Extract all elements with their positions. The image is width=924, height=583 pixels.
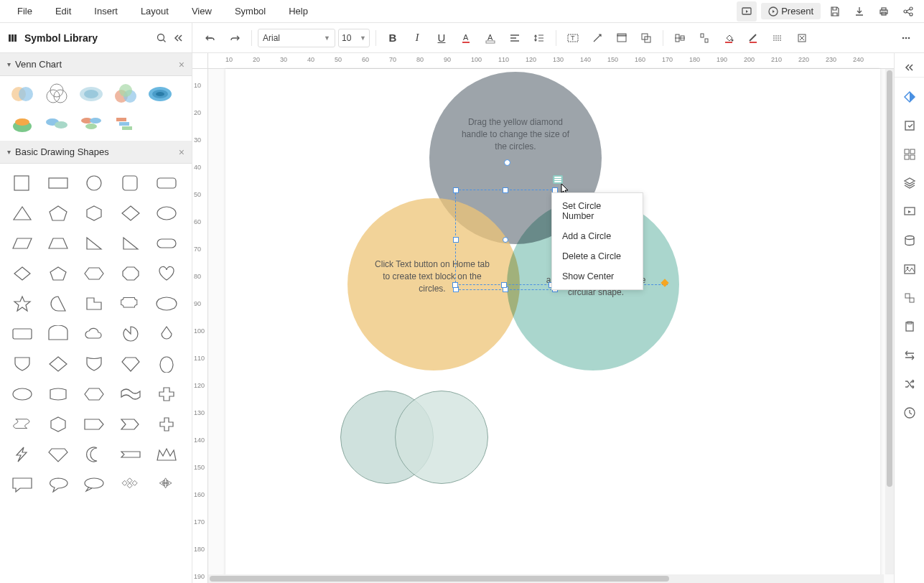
align-objects-icon[interactable] <box>669 27 691 49</box>
venn-shape[interactable] <box>43 112 70 134</box>
arrange-panel-icon[interactable] <box>900 346 919 365</box>
shape-pillow[interactable] <box>154 293 179 314</box>
shape-4tri[interactable] <box>154 474 179 495</box>
image-panel-icon[interactable] <box>900 260 919 279</box>
menu-view[interactable]: View <box>180 1 223 21</box>
save-icon[interactable] <box>825 1 845 22</box>
underline-icon[interactable]: U <box>431 27 452 49</box>
group-icon[interactable] <box>635 27 657 49</box>
line-style-icon[interactable] <box>767 27 788 49</box>
shape-bolt[interactable] <box>10 444 34 465</box>
shape-trapezoid[interactable] <box>46 233 70 254</box>
line-spacing-icon[interactable] <box>528 27 550 49</box>
slideshow-icon[interactable] <box>737 1 757 22</box>
collapse-right-icon[interactable] <box>895 57 924 78</box>
shuffle-panel-icon[interactable] <box>900 375 919 393</box>
shape-diamond3[interactable] <box>46 353 70 375</box>
bold-icon[interactable]: B <box>382 27 403 49</box>
shape-moon[interactable] <box>82 444 106 465</box>
menu-symbol[interactable]: Symbol <box>223 1 277 21</box>
ctx-add-circle[interactable]: Add a Circle <box>552 226 643 246</box>
shape-triangle[interactable] <box>10 202 34 224</box>
scrollbar-horizontal[interactable] <box>208 574 884 583</box>
shape-plaque[interactable] <box>118 293 143 314</box>
database-panel-icon[interactable] <box>900 231 919 250</box>
shape-shield2[interactable] <box>82 353 106 375</box>
shape-4diamond[interactable] <box>118 474 143 495</box>
shape-hexagon[interactable] <box>82 263 106 284</box>
shape-hexagon-v[interactable] <box>82 202 106 224</box>
shape-speech-oval[interactable] <box>82 474 106 495</box>
shape-right-triangle[interactable] <box>82 233 106 254</box>
shape-teardrop[interactable] <box>154 323 179 345</box>
selection-box[interactable] <box>455 190 556 290</box>
shape-heart[interactable] <box>154 263 179 284</box>
resize-handle[interactable] <box>503 187 508 193</box>
shape-circle[interactable] <box>82 172 106 194</box>
venn-shape[interactable] <box>146 83 174 105</box>
clipboard-panel-icon[interactable] <box>900 317 919 336</box>
venn-shape[interactable] <box>112 112 139 134</box>
menu-insert[interactable]: Insert <box>83 1 129 21</box>
canvas-area[interactable]: 1020304050607080901001101201301401501601… <box>192 53 894 583</box>
undo-icon[interactable] <box>200 27 221 49</box>
shape-crown[interactable] <box>154 444 179 465</box>
shape-arrow-penta[interactable] <box>82 414 106 435</box>
connector-icon[interactable] <box>587 27 608 49</box>
more-icon[interactable] <box>895 27 917 49</box>
close-icon[interactable]: × <box>179 59 185 70</box>
section-venn-header[interactable]: ▾ Venn Chart × <box>0 53 192 76</box>
close-icon[interactable]: × <box>179 146 185 158</box>
menu-edit[interactable]: Edit <box>44 1 83 21</box>
shape-cloud[interactable] <box>82 323 106 345</box>
venn-shape[interactable] <box>78 112 105 134</box>
rotation-handle[interactable] <box>504 159 510 166</box>
clear-format-icon[interactable] <box>791 27 813 49</box>
shape-wave2[interactable] <box>10 414 34 435</box>
shape-corner[interactable] <box>82 293 106 314</box>
shape-gem[interactable] <box>118 353 143 375</box>
shape-pentagon2[interactable] <box>46 263 70 284</box>
shape-hex3[interactable] <box>46 414 70 435</box>
venn-shape[interactable] <box>112 83 139 105</box>
share-icon[interactable] <box>898 1 918 22</box>
ctx-delete-circle[interactable]: Delete a Circle <box>552 246 643 266</box>
shape-rect-round[interactable] <box>10 323 34 345</box>
shape-rounded-square[interactable] <box>118 172 143 194</box>
shape-banner[interactable] <box>118 444 143 465</box>
font-select[interactable]: Arial▼ <box>258 29 335 47</box>
shape-blob[interactable] <box>10 383 34 405</box>
shape-star[interactable] <box>10 293 34 314</box>
shape-drop[interactable] <box>46 293 70 314</box>
history-panel-icon[interactable] <box>900 404 919 422</box>
shape-arch[interactable] <box>46 323 70 345</box>
shape-diamond[interactable] <box>118 202 143 224</box>
shape-frame[interactable] <box>46 383 70 405</box>
resize-handle[interactable] <box>453 237 459 243</box>
redo-icon[interactable] <box>224 27 246 49</box>
ctx-set-circle-number[interactable]: Set Circle Number <box>552 196 643 226</box>
scrollbar-thumb[interactable] <box>887 70 892 487</box>
shape-egg[interactable] <box>154 353 179 375</box>
menu-file[interactable]: File <box>6 1 44 21</box>
shape-rounded-rect[interactable] <box>154 172 179 194</box>
shape-right-triangle2[interactable] <box>118 233 143 254</box>
export-panel-icon[interactable] <box>900 116 919 135</box>
shape-container-icon[interactable] <box>611 27 633 49</box>
distribute-icon[interactable] <box>694 27 715 49</box>
shape-gem2[interactable] <box>46 444 70 465</box>
collapse-left-icon[interactable] <box>173 32 185 44</box>
shape-pie[interactable] <box>118 323 143 345</box>
section-basic-header[interactable]: ▾ Basic Drawing Shapes × <box>0 141 192 164</box>
scrollbar-vertical[interactable] <box>885 69 894 574</box>
venn-shape[interactable] <box>9 83 36 105</box>
resize-handle[interactable] <box>453 187 459 193</box>
venn-small-circle-2[interactable] <box>395 391 488 484</box>
shape-parallelogram[interactable] <box>10 233 34 254</box>
ctx-show-center[interactable]: Show Center <box>552 266 643 286</box>
present-button[interactable]: Present <box>761 3 821 19</box>
shape-pentagon[interactable] <box>46 202 70 224</box>
menu-help[interactable]: Help <box>277 1 319 21</box>
shape-stadium[interactable] <box>154 233 179 254</box>
layers-panel-icon[interactable] <box>900 174 919 192</box>
